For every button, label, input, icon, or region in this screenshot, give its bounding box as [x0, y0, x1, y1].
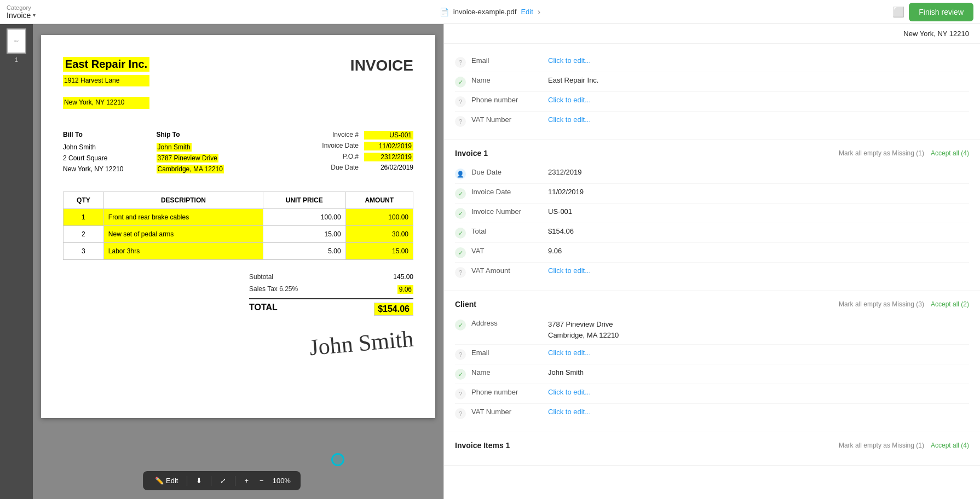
address-line2: New York, NY 12210 [63, 97, 149, 108]
col-amount: AMOUNT [345, 192, 413, 208]
question-icon: ? [455, 57, 466, 68]
pdf-thumbnail[interactable]: inv [7, 28, 26, 54]
total-label: Total [471, 227, 543, 235]
inv-date-field-row: ✓ Invoice Date 11/02/2019 [455, 184, 969, 204]
invoice-items-header: Invoice Items 1 Mark all empty as Missin… [455, 441, 969, 450]
nav-arrow-right[interactable]: › [538, 7, 540, 17]
row3-amount: 15.00 [345, 242, 413, 259]
invoice-section-actions: Mark all empty as Missing (1) Accept all… [839, 149, 969, 157]
row2-amount: 30.00 [345, 225, 413, 242]
client-phone-row: ? Phone number Click to edit... [455, 384, 969, 404]
ship-to-info: John Smith 3787 Pineview Drive Cambridge… [157, 142, 224, 175]
pdf-sidebar: inv 1 [0, 24, 33, 499]
question-icon: ? [455, 408, 466, 419]
invoice-num-row: Invoice # US-001 [322, 131, 413, 140]
question-icon: ? [455, 96, 466, 107]
category-dropdown[interactable]: Category Invoice ▾ [7, 4, 36, 20]
client-phone-value[interactable]: Click to edit... [548, 388, 969, 396]
vendor-phone-value[interactable]: Click to edit... [548, 96, 969, 104]
client-address-value: 3787 Pineview DriveCambridge, MA 12210 [548, 319, 969, 340]
accept-all-invoice[interactable]: Accept all (4) [931, 149, 969, 157]
ship-to-col: Ship To John Smith 3787 Pineview Drive C… [157, 131, 224, 175]
accept-all-client[interactable]: Accept all (2) [931, 300, 969, 308]
client-vat-row: ? VAT Number Click to edit... [455, 404, 969, 423]
invoice-section-title: Invoice 1 [455, 149, 488, 158]
due-date-field-value: 2312/2019 [548, 168, 969, 176]
due-date-value: 26/02/2019 [364, 164, 413, 171]
zoom-out-button[interactable]: − [255, 474, 268, 487]
vendor-email-label: Email [471, 56, 543, 65]
fullscreen-button[interactable]: ⤢ [216, 474, 230, 487]
topbar-right: ⬜ Finish review [892, 3, 973, 21]
check-icon: ✓ [455, 77, 466, 88]
vat-amount-label: VAT Amount [471, 266, 543, 275]
edit-link[interactable]: Edit [521, 8, 533, 16]
company-address: 1912 Harvest Lane New York, NY 12210 [63, 75, 149, 109]
client-section-title: Client [455, 300, 476, 309]
pdf-panel: inv 1 East Repair Inc. 1912 Harvest Lane… [0, 24, 443, 499]
question-icon: ? [455, 349, 466, 360]
vat-amount-row: ? VAT Amount Click to edit... [455, 263, 969, 282]
toolbar-separator [187, 476, 187, 486]
row1-desc: Front and rear brake cables [103, 208, 263, 225]
vat-field-row: ✓ VAT 9.06 [455, 243, 969, 263]
grand-total-row: TOTAL $154.06 [249, 298, 413, 319]
main-content: inv 1 East Repair Inc. 1912 Harvest Lane… [0, 24, 980, 499]
topbar: Category Invoice ▾ 📄 invoice-example.pdf… [0, 0, 980, 24]
invoice-items-section: Invoice Items 1 Mark all empty as Missin… [444, 432, 980, 466]
client-address-row: ✓ Address 3787 Pineview DriveCambridge, … [455, 315, 969, 345]
bill-to-label: Bill To [63, 131, 124, 138]
vendor-name-row: ✓ Name East Repair Inc. [455, 72, 969, 92]
page-number: 1 [15, 57, 18, 63]
subtotal-row: Subtotal 145.00 [249, 271, 413, 283]
tax-value: 9.06 [397, 285, 413, 294]
question-icon: ? [455, 388, 466, 399]
finish-review-button[interactable]: Finish review [909, 3, 973, 21]
subtotal-label: Subtotal [249, 273, 273, 281]
pdf-page: East Repair Inc. 1912 Harvest Lane New Y… [41, 35, 435, 418]
invoice-num-value: US-001 [364, 131, 413, 140]
due-date-label: Due Date [331, 164, 359, 171]
vat-amount-value[interactable]: Click to edit... [548, 266, 969, 275]
accept-all-items[interactable]: Accept all (4) [931, 442, 969, 449]
pdf-icon: 📄 [440, 8, 449, 16]
topbar-center: 📄 invoice-example.pdf Edit › [440, 7, 540, 17]
invoice-table: QTY DESCRIPTION UNIT PRICE AMOUNT 1 Fron… [63, 192, 413, 260]
mark-missing-client[interactable]: Mark all empty as Missing (3) [839, 300, 924, 308]
minus-icon: − [260, 477, 264, 485]
due-date-field-row: 👤 Due Date 2312/2019 [455, 164, 969, 184]
mark-missing-invoice[interactable]: Mark all empty as Missing (1) [839, 149, 924, 157]
row3-qty: 3 [64, 242, 104, 259]
inv-date-value: 11/02/2019 [548, 188, 969, 196]
filename: invoice-example.pdf [453, 8, 517, 16]
pdf-viewer[interactable]: East Repair Inc. 1912 Harvest Lane New Y… [33, 24, 443, 499]
invoice-date-label: Invoice Date [322, 142, 359, 150]
download-button[interactable]: ⬇ [192, 474, 206, 487]
check-icon: ✓ [455, 228, 466, 239]
invoice-title: INVOICE [350, 57, 413, 74]
edit-icon: ✏️ [155, 477, 164, 485]
po-label: P.O.# [343, 153, 359, 161]
invoice-items-title: Invoice Items 1 [455, 441, 510, 450]
mark-missing-items[interactable]: Mark all empty as Missing (1) [839, 442, 924, 449]
edit-button[interactable]: ✏️ Edit [151, 474, 182, 487]
check-icon: ✓ [455, 188, 466, 199]
client-section: Client Mark all empty as Missing (3) Acc… [444, 291, 980, 432]
vendor-vat-row: ? VAT Number Click to edit... [455, 112, 969, 131]
vendor-phone-row: ? Phone number Click to edit... [455, 92, 969, 112]
fullscreen-icon: ⤢ [220, 477, 226, 485]
address-text: New York, NY 12210 [903, 30, 969, 38]
client-section-actions: Mark all empty as Missing (3) Accept all… [839, 300, 969, 308]
po-row: P.O.# 2312/2019 [322, 153, 413, 161]
vendor-email-value[interactable]: Click to edit... [548, 56, 969, 65]
client-vat-value[interactable]: Click to edit... [548, 408, 969, 416]
invoice-billing: Bill To John Smith 2 Court Square New Yo… [63, 131, 413, 175]
zoom-in-button[interactable]: + [240, 474, 253, 487]
bill-to-col: Bill To John Smith 2 Court Square New Yo… [63, 131, 124, 175]
vendor-vat-value[interactable]: Click to edit... [548, 115, 969, 124]
total-field-row: ✓ Total $154.06 [455, 223, 969, 243]
client-email-value[interactable]: Click to edit... [548, 349, 969, 357]
grand-total-label: TOTAL [249, 303, 278, 316]
due-date-label: Due Date [471, 168, 543, 176]
client-phone-label: Phone number [471, 388, 543, 396]
